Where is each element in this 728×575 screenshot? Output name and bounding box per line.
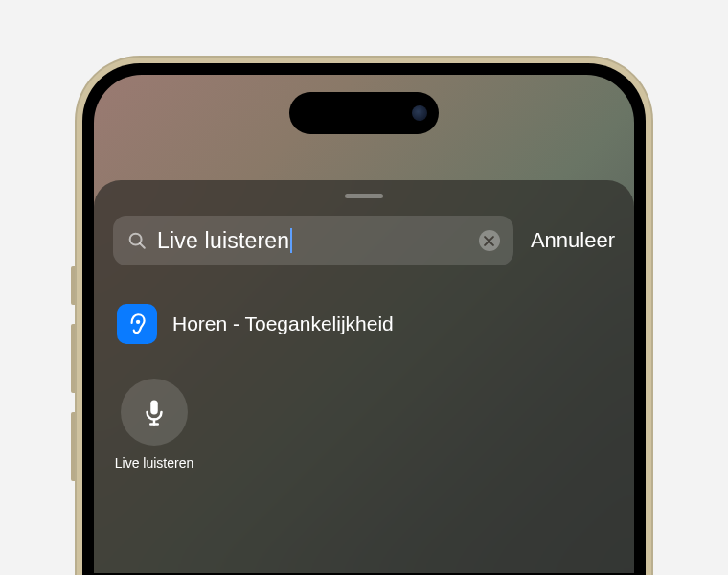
sheet-grabber[interactable] — [345, 194, 383, 198]
dynamic-island — [289, 92, 439, 134]
front-camera — [412, 105, 427, 121]
search-result-row[interactable]: Horen - Toegankelijkheid — [113, 298, 615, 350]
search-input[interactable]: Live luisteren — [157, 228, 469, 254]
search-row: Live luisteren Annuleer — [113, 216, 615, 265]
text-caret — [290, 228, 292, 253]
search-result-label: Horen - Toegankelijkheid — [172, 312, 394, 335]
svg-rect-5 — [150, 401, 158, 415]
spotlight-sheet: Live luisteren Annuleer — [94, 180, 634, 573]
live-listen-tile[interactable]: Live luisteren — [113, 379, 195, 471]
search-field[interactable]: Live luisteren — [113, 216, 513, 265]
mic-icon — [121, 379, 188, 446]
svg-point-4 — [136, 320, 140, 324]
side-buttons — [71, 266, 75, 500]
tile-label: Live luisteren — [113, 455, 195, 471]
phone-screen: Live luisteren Annuleer — [94, 75, 634, 573]
phone-frame: Live luisteren Annuleer — [75, 56, 653, 575]
clear-search-button[interactable] — [479, 230, 500, 251]
phone-bezel: Live luisteren Annuleer — [82, 63, 646, 575]
search-icon — [126, 230, 148, 251]
cancel-button[interactable]: Annuleer — [531, 228, 615, 253]
ear-icon — [117, 304, 157, 344]
svg-line-1 — [140, 243, 145, 248]
